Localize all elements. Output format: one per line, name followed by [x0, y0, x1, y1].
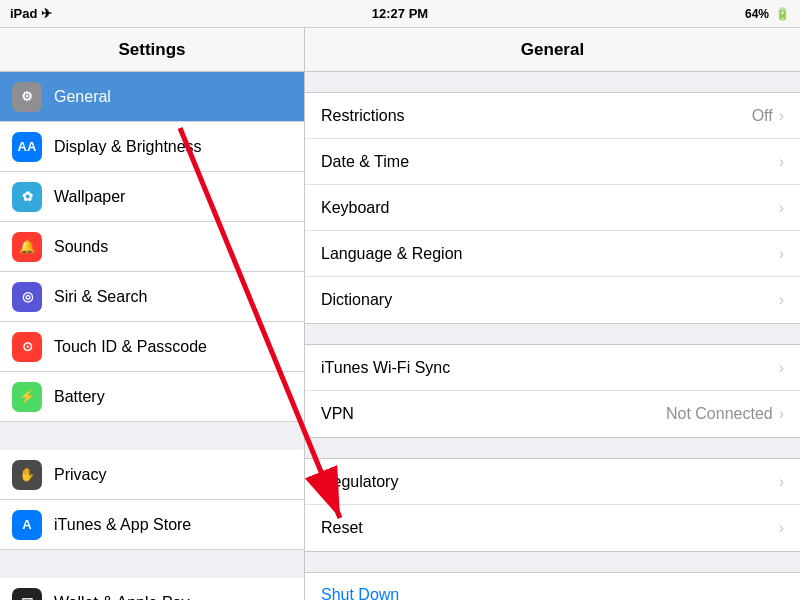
- content-panel: General RestrictionsOff›Date & Time›Keyb…: [305, 28, 800, 600]
- sidebar-label-display: Display & Brightness: [54, 138, 292, 156]
- battery-label: 64%: [745, 7, 769, 21]
- row-label: VPN: [321, 405, 666, 423]
- sidebar-label-itunes: iTunes & App Store: [54, 516, 292, 534]
- chevron-icon: ›: [779, 359, 784, 377]
- content-row-0-0[interactable]: RestrictionsOff›: [305, 93, 800, 139]
- content-section-0: RestrictionsOff›Date & Time›Keyboard›Lan…: [305, 92, 800, 324]
- status-bar-time: 12:27 PM: [372, 6, 428, 21]
- content-section-2: Regulatory›Reset›: [305, 458, 800, 552]
- wallet-icon: ▣: [12, 588, 42, 601]
- sidebar-label-wallpaper: Wallpaper: [54, 188, 292, 206]
- content-header: General: [305, 28, 800, 72]
- row-label: Keyboard: [321, 199, 779, 217]
- sidebar-label-siri: Siri & Search: [54, 288, 292, 306]
- row-label: Date & Time: [321, 153, 779, 171]
- itunes-icon: A: [12, 510, 42, 540]
- sidebar-label-touchid: Touch ID & Passcode: [54, 338, 292, 356]
- sidebar-item-display[interactable]: AADisplay & Brightness: [0, 122, 304, 172]
- content-row-2-1[interactable]: Reset›: [305, 505, 800, 551]
- row-label: Language & Region: [321, 245, 779, 263]
- status-bar-right: 64% 🔋: [745, 7, 790, 21]
- chevron-icon: ›: [779, 107, 784, 125]
- privacy-icon: ✋: [12, 460, 42, 490]
- sidebar-header: Settings: [0, 28, 304, 72]
- sounds-icon: 🔔: [12, 232, 42, 262]
- touchid-icon: ⊙: [12, 332, 42, 362]
- row-label: Reset: [321, 519, 779, 537]
- row-value: Off: [752, 107, 773, 125]
- sidebar-item-itunes[interactable]: AiTunes & App Store: [0, 500, 304, 550]
- siri-icon: ◎: [12, 282, 42, 312]
- content-row-1-1[interactable]: VPNNot Connected›: [305, 391, 800, 437]
- sidebar-label-wallet: Wallet & Apple Pay: [54, 594, 292, 601]
- wallpaper-icon: ✿: [12, 182, 42, 212]
- content-row-1-0[interactable]: iTunes Wi-Fi Sync›: [305, 345, 800, 391]
- chevron-icon: ›: [779, 519, 784, 537]
- chevron-icon: ›: [779, 473, 784, 491]
- content-row-0-4[interactable]: Dictionary›: [305, 277, 800, 323]
- status-bar-left: iPad ✈: [10, 6, 52, 21]
- sidebar: Settings ⚙GeneralAADisplay & Brightness✿…: [0, 28, 305, 600]
- chevron-icon: ›: [779, 291, 784, 309]
- content-row-2-0[interactable]: Regulatory›: [305, 459, 800, 505]
- row-label: Dictionary: [321, 291, 779, 309]
- chevron-icon: ›: [779, 199, 784, 217]
- sidebar-label-general: General: [54, 88, 292, 106]
- row-label: iTunes Wi-Fi Sync: [321, 359, 779, 377]
- sidebar-item-siri[interactable]: ◎Siri & Search: [0, 272, 304, 322]
- sidebar-item-wallpaper[interactable]: ✿Wallpaper: [0, 172, 304, 222]
- chevron-icon: ›: [779, 405, 784, 423]
- sidebar-label-battery: Battery: [54, 388, 292, 406]
- shut-down-row[interactable]: Shut Down: [305, 572, 800, 600]
- display-icon: AA: [12, 132, 42, 162]
- chevron-icon: ›: [779, 245, 784, 263]
- sidebar-item-wallet[interactable]: ▣Wallet & Apple Pay: [0, 578, 304, 600]
- content-section-1: iTunes Wi-Fi Sync›VPNNot Connected›: [305, 344, 800, 438]
- shut-down-label: Shut Down: [321, 586, 399, 600]
- row-label: Restrictions: [321, 107, 752, 125]
- ipad-label: iPad ✈: [10, 6, 52, 21]
- status-bar: iPad ✈ 12:27 PM 64% 🔋: [0, 0, 800, 28]
- chevron-icon: ›: [779, 153, 784, 171]
- sidebar-label-sounds: Sounds: [54, 238, 292, 256]
- content-row-0-1[interactable]: Date & Time›: [305, 139, 800, 185]
- sidebar-item-touchid[interactable]: ⊙Touch ID & Passcode: [0, 322, 304, 372]
- content-row-0-2[interactable]: Keyboard›: [305, 185, 800, 231]
- battery-icon: ⚡: [12, 382, 42, 412]
- general-icon: ⚙: [12, 82, 42, 112]
- battery-icon: 🔋: [775, 7, 790, 21]
- row-label: Regulatory: [321, 473, 779, 491]
- sidebar-label-privacy: Privacy: [54, 466, 292, 484]
- sidebar-item-privacy[interactable]: ✋Privacy: [0, 450, 304, 500]
- content-row-0-3[interactable]: Language & Region›: [305, 231, 800, 277]
- sidebar-item-general[interactable]: ⚙General: [0, 72, 304, 122]
- row-value: Not Connected: [666, 405, 773, 423]
- sidebar-item-battery[interactable]: ⚡Battery: [0, 372, 304, 422]
- sidebar-item-sounds[interactable]: 🔔Sounds: [0, 222, 304, 272]
